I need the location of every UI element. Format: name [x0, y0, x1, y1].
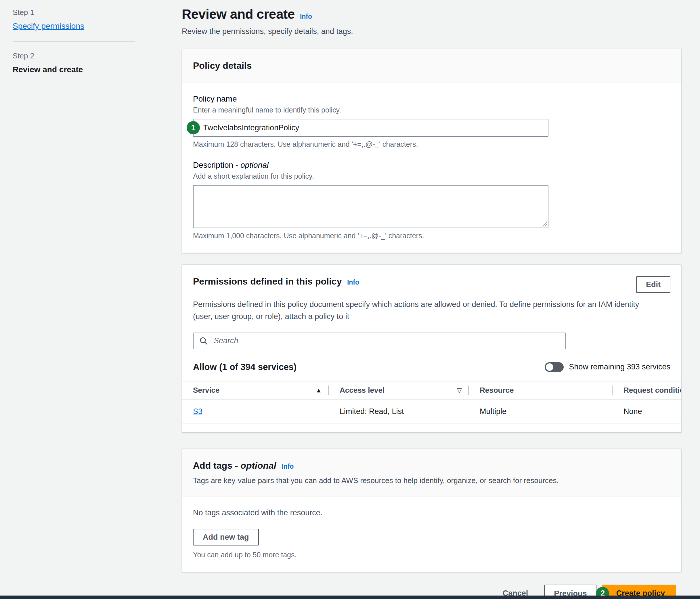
column-header-resource-label: Resource: [480, 386, 514, 395]
description-label: Description - optional: [193, 161, 670, 170]
page-subtitle: Review the permissions, specify details,…: [182, 27, 682, 36]
tags-limit-hint: You can add up to 50 more tags.: [193, 551, 670, 559]
add-tags-card: Add tags - optional Info Tags are key-va…: [182, 449, 682, 572]
sort-asc-icon[interactable]: ▲: [316, 387, 322, 394]
description-help: Add a short explanation for this policy.: [193, 172, 670, 181]
step-divider: [12, 41, 134, 42]
service-s3-link[interactable]: S3: [193, 407, 202, 416]
page-title-info-link[interactable]: Info: [300, 13, 312, 20]
edit-permissions-button[interactable]: Edit: [636, 276, 670, 293]
resource-cell: Multiple: [469, 407, 612, 416]
column-header-service[interactable]: Service ▲: [182, 382, 329, 399]
description-optional-text: optional: [241, 161, 269, 169]
request-conditions-cell: None: [612, 407, 681, 416]
permissions-description: Permissions defined in this policy docum…: [182, 293, 665, 323]
toggle-knob: [546, 363, 553, 371]
table-row: S3 Limited: Read, List Multiple None: [182, 400, 681, 424]
search-icon: [199, 337, 208, 345]
add-tags-info-link[interactable]: Info: [281, 463, 294, 470]
wizard-steps-sidebar: Step 1 Specify permissions Step 2 Review…: [12, 8, 134, 74]
permissions-title: Permissions defined in this policy: [193, 276, 342, 287]
permissions-table: Service ▲ Access level ▽ Resource Reques…: [182, 381, 681, 432]
table-header-row: Service ▲ Access level ▽ Resource Reques…: [182, 381, 681, 400]
column-header-request-conditions-label: Request conditions: [624, 386, 681, 395]
access-level-cell: Limited: Read, List: [329, 407, 469, 416]
column-header-access-level-label: Access level: [340, 386, 384, 395]
search-input[interactable]: [193, 333, 566, 349]
step-2-label: Step 2: [12, 51, 134, 61]
sidebar-item-specify-permissions[interactable]: Specify permissions: [12, 22, 84, 31]
main-content: Review and create Info Review the permis…: [182, 6, 682, 599]
policy-details-card: Policy details Policy name Enter a meani…: [182, 49, 682, 253]
column-header-access-level[interactable]: Access level ▽: [329, 382, 469, 399]
column-header-service-label: Service: [193, 386, 220, 395]
column-header-resource[interactable]: Resource: [469, 382, 612, 399]
policy-name-input[interactable]: [193, 119, 548, 137]
annotation-badge-1: 1: [186, 121, 200, 134]
description-label-text: Description -: [193, 161, 238, 169]
permissions-card: Permissions defined in this policy Info …: [182, 264, 682, 432]
description-textarea[interactable]: [193, 185, 548, 228]
no-tags-text: No tags associated with the resource.: [193, 508, 670, 517]
show-remaining-services-toggle[interactable]: [545, 362, 564, 372]
add-tags-title-text: Add tags -: [193, 460, 238, 471]
add-new-tag-button[interactable]: Add new tag: [193, 529, 259, 546]
policy-name-hint: Maximum 128 characters. Use alphanumeric…: [193, 140, 670, 148]
resize-handle-icon[interactable]: [542, 221, 547, 226]
show-remaining-services-label: Show remaining 393 services: [569, 362, 670, 372]
policy-name-label: Policy name: [193, 94, 670, 103]
column-header-request-conditions[interactable]: Request conditions: [612, 382, 681, 399]
policy-details-title: Policy details: [193, 61, 252, 71]
add-tags-optional-text: optional: [241, 460, 276, 471]
add-tags-title: Add tags - optional: [193, 460, 276, 471]
sort-desc-icon[interactable]: ▽: [457, 387, 462, 394]
policy-name-help: Enter a meaningful name to identify this…: [193, 106, 670, 114]
description-hint: Maximum 1,000 characters. Use alphanumer…: [193, 232, 670, 240]
page-title: Review and create: [182, 6, 295, 22]
add-tags-description: Tags are key-value pairs that you can ad…: [193, 476, 670, 485]
step-1-label: Step 1: [12, 8, 134, 17]
permissions-info-link[interactable]: Info: [347, 279, 359, 286]
sidebar-item-review-and-create: Review and create: [12, 65, 134, 74]
bottom-bar: [0, 596, 700, 599]
allow-services-heading: Allow (1 of 394 services): [193, 362, 297, 372]
